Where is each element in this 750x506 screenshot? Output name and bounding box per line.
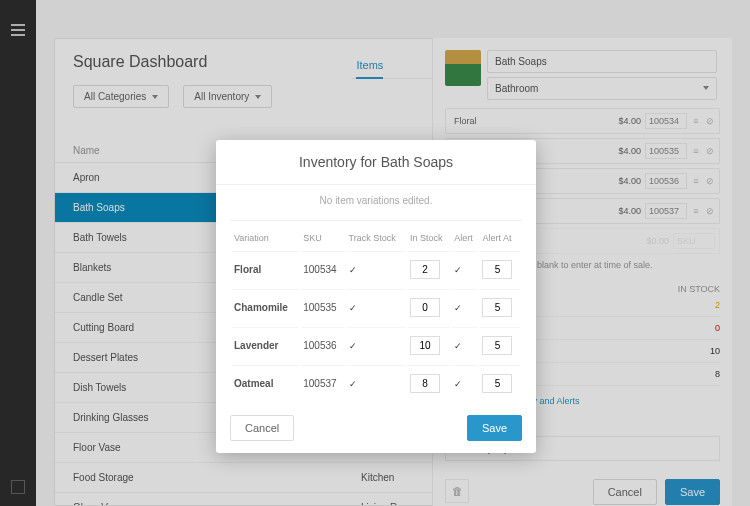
inventory-row: Floral100534 (232, 251, 520, 287)
col-variation: Variation (232, 223, 299, 249)
alert-checkbox[interactable] (454, 302, 464, 312)
track-stock-checkbox[interactable] (349, 378, 359, 388)
inventory-row: Chamomile100535 (232, 289, 520, 325)
col-alert: Alert (452, 223, 478, 249)
col-sku: SKU (301, 223, 344, 249)
modal-title: Inventory for Bath Soaps (216, 140, 536, 185)
modal-subtitle: No item variations edited. (230, 185, 522, 221)
alert-at-input[interactable] (482, 260, 512, 279)
alert-checkbox[interactable] (454, 340, 464, 350)
track-stock-checkbox[interactable] (349, 264, 359, 274)
alert-checkbox[interactable] (454, 264, 464, 274)
inventory-row: Oatmeal100537 (232, 365, 520, 401)
alert-at-input[interactable] (482, 374, 512, 393)
modal-cancel-button[interactable]: Cancel (230, 415, 294, 441)
inventory-row: Lavender100536 (232, 327, 520, 363)
in-stock-input[interactable] (410, 336, 440, 355)
in-stock-input[interactable] (410, 298, 440, 317)
alert-at-input[interactable] (482, 336, 512, 355)
track-stock-checkbox[interactable] (349, 340, 359, 350)
alert-at-input[interactable] (482, 298, 512, 317)
col-alertat: Alert At (480, 223, 520, 249)
col-track: Track Stock (347, 223, 406, 249)
in-stock-input[interactable] (410, 260, 440, 279)
alert-checkbox[interactable] (454, 378, 464, 388)
col-instock: In Stock (408, 223, 450, 249)
track-stock-checkbox[interactable] (349, 302, 359, 312)
in-stock-input[interactable] (410, 374, 440, 393)
inventory-modal: Inventory for Bath Soaps No item variati… (216, 140, 536, 453)
modal-save-button[interactable]: Save (467, 415, 522, 441)
